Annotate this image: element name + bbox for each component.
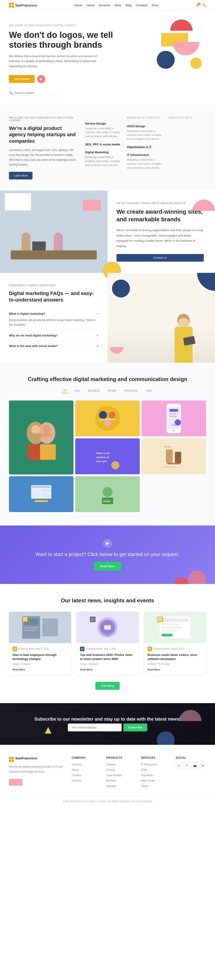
linkedin-icon[interactable]: in <box>200 762 206 769</box>
subscribe-button[interactable]: Subscribe <box>123 724 147 731</box>
shape-pink-cta <box>188 571 206 584</box>
nav-blog[interactable]: Blog <box>126 3 131 7</box>
search-icon[interactable]: 🔍 <box>202 3 206 7</box>
footer-link-feature[interactable]: Feature <box>106 763 115 766</box>
svg-point-11 <box>104 419 111 426</box>
blog-img-1 <box>18 612 62 643</box>
faq-label: Frequently asked questions <box>9 284 99 287</box>
footer-link-updates[interactable]: Updates <box>106 784 116 788</box>
facebook-icon[interactable]: f <box>184 762 190 769</box>
service-item-2: UX/UI Design Designing a hotel lobby, a … <box>127 124 164 141</box>
visit-blog-button[interactable]: Visit Blog <box>96 682 119 690</box>
portfolio-item-1[interactable] <box>9 401 73 474</box>
copyright-text: ©2021 San Francisco by Marco / Theme. Al… <box>63 800 153 803</box>
read-more-3[interactable]: Read More <box>148 668 160 671</box>
blog-card-img-3 <box>144 612 206 643</box>
svg-rect-79 <box>160 617 162 619</box>
nav-contacts[interactable]: Contacts <box>136 3 147 7</box>
blog-tag-link-1[interactable]: Design / Software <box>13 663 30 665</box>
portfolio-img-3 <box>142 401 206 436</box>
portfolio-item-5[interactable]: Muralla & Pa Modern Arc... <box>142 438 206 474</box>
nav-logo[interactable]: SanFrancisco <box>9 3 37 8</box>
cta-button[interactable]: Read More <box>94 562 121 571</box>
portfolio-item-3[interactable] <box>142 401 206 437</box>
footer-bottom: ©2021 San Francisco by Marco / Theme. Al… <box>0 796 215 806</box>
nav-docs[interactable]: Docs <box>152 3 159 7</box>
footer-link-services[interactable]: Services <box>72 763 82 766</box>
grid-icon-3 <box>148 648 151 650</box>
svg-rect-35 <box>32 489 41 497</box>
footer-col-company-links: Services About Careers Careers <box>72 762 100 782</box>
svg-rect-19 <box>172 425 176 426</box>
footer-link-help-center[interactable]: Help Center <box>141 779 155 782</box>
footer-link-reviews[interactable]: Reviews <box>106 779 116 782</box>
nav-home[interactable]: Home <box>74 3 82 7</box>
twitter-icon[interactable]: 𝕏 <box>175 762 182 769</box>
contact-us-button[interactable]: Contact Us <box>116 254 204 262</box>
service-item-5: Digital Marketing Designing a hotel lobb… <box>85 151 123 167</box>
blog-tag-link-2[interactable]: Design / Software <box>80 663 98 665</box>
scene-desk <box>11 250 97 259</box>
footer-link-about[interactable]: About <box>72 768 79 772</box>
footer-link-taxes[interactable]: Taxes <box>141 784 148 788</box>
blog-tag-link-3[interactable]: Software / Technology <box>148 663 170 665</box>
faq-chevron-1: − <box>97 312 99 316</box>
blog-meta-3: Posted by Admin May 5, 2021 <box>148 647 202 651</box>
nav-cart[interactable]: 🛒 1 <box>196 3 199 7</box>
faq-question-2[interactable]: Why do we need digital marketing? + <box>9 334 99 337</box>
learn-more-button[interactable]: Learn More <box>9 172 32 180</box>
faq-left: Frequently asked questions Digital marke… <box>0 273 107 363</box>
portfolio-item-7[interactable]: GREEN <box>75 476 140 512</box>
service-item-6: IT Infrastructure Designing a hotel lobb… <box>127 153 164 170</box>
filter-app[interactable]: App <box>73 388 81 393</box>
search-icon-small: 🔍 <box>9 91 13 95</box>
nav-services[interactable]: Services <box>99 3 110 7</box>
nav-about[interactable]: About <box>87 3 94 7</box>
team-label: We do amazing things with amazing people <box>116 202 204 205</box>
illustration-people <box>92 403 123 434</box>
footer-link-pricing[interactable]: Pricing <box>106 768 115 772</box>
svg-rect-26 <box>160 443 187 470</box>
blog-post-title-3: Business needs fewer coders, more softwa… <box>148 653 202 661</box>
newsletter-email-input[interactable] <box>68 724 122 731</box>
footer-link-careers1[interactable]: Careers <box>72 774 81 777</box>
footer-link-careers2[interactable]: Careers <box>72 779 81 782</box>
shape-pink-arc-nl <box>179 710 202 721</box>
faq-question-1[interactable]: What is digital marketing? − <box>9 312 99 316</box>
footer-link-crm[interactable]: CRM <box>141 768 147 772</box>
filter-branding[interactable]: Branding <box>86 388 101 393</box>
svg-rect-81 <box>160 619 162 621</box>
svg-rect-7 <box>41 433 52 437</box>
shape-pink-semicircle <box>172 42 199 55</box>
faq-question-3[interactable]: What is the deal with social media? + <box>9 344 99 348</box>
portfolio-item-6[interactable] <box>9 476 73 512</box>
nav-right: 🛒 1 🔍 <box>196 3 206 7</box>
blog-grid: Posted by Admin May 1, 2021 How to lead … <box>9 612 206 675</box>
search-input[interactable] <box>14 90 59 96</box>
footer-link-payments[interactable]: Payments <box>141 774 153 777</box>
portfolio-item-4[interactable]: What is not wanted, we don't get. <box>75 438 140 474</box>
faq-item-3: What is the deal with social media? + <box>9 341 99 352</box>
cta-text2: Click below to get started on your reque… <box>88 552 180 557</box>
service-desc-1: Designing a hotel lobby, a customer care… <box>85 127 123 138</box>
play-button[interactable]: ▶ <box>37 75 45 83</box>
hero-subtitle: Welcome to San Francisco Digital Agency <box>9 24 126 27</box>
faq-section: Frequently asked questions Digital marke… <box>0 273 215 363</box>
filter-design[interactable]: Design <box>106 388 118 393</box>
team-image <box>0 191 107 273</box>
blog-date-2: May 3, 2021 <box>104 648 116 650</box>
footer-link-it-resources[interactable]: IT Resources <box>141 763 157 766</box>
portfolio-item-2[interactable] <box>75 401 140 437</box>
filter-all[interactable]: All <box>61 388 68 393</box>
instagram-icon[interactable]: 📷 <box>192 762 198 769</box>
nav-work[interactable]: Work <box>115 3 121 7</box>
filter-web[interactable]: Web <box>144 388 154 393</box>
get-started-button[interactable]: Get Started <box>9 75 35 83</box>
filter-illustration[interactable]: Illustration <box>123 388 140 393</box>
read-more-2[interactable]: Read More <box>80 668 92 671</box>
read-more-1[interactable]: Read More <box>13 668 25 671</box>
footer-link-case-studies[interactable]: Case studies <box>106 774 122 777</box>
svg-point-5 <box>43 425 51 433</box>
footer-col-services: Services IT Resources CRM Payments Help … <box>141 756 169 789</box>
web-illustration <box>29 482 54 506</box>
